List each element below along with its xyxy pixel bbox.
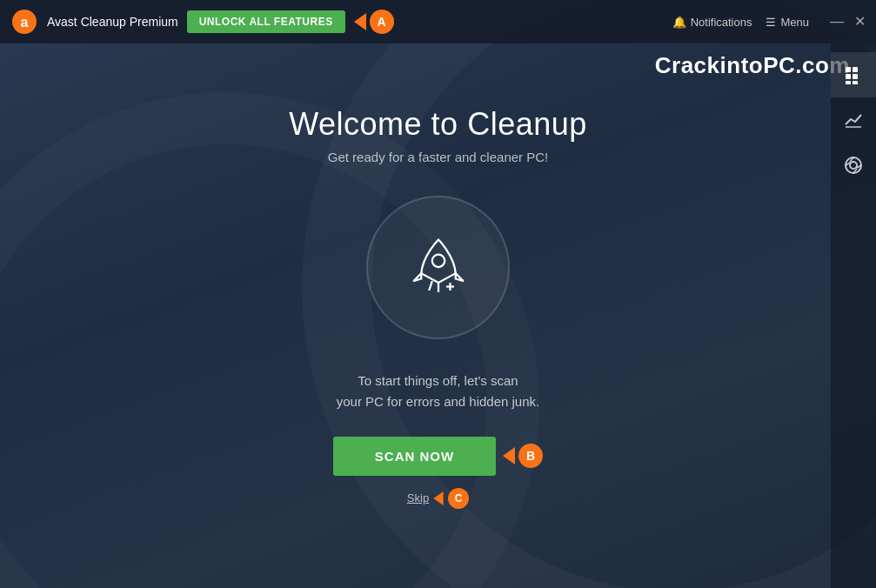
- sidebar-icons: [831, 43, 876, 588]
- svg-point-13: [850, 162, 857, 169]
- badge-c: C: [448, 488, 469, 509]
- close-button[interactable]: ✕: [854, 15, 866, 29]
- rocket-icon: [399, 228, 478, 306]
- menu-button[interactable]: ☰ Menu: [766, 16, 809, 29]
- svg-point-2: [431, 255, 444, 267]
- title-bar-right: 🔔 Notifications ☰ Menu — ✕: [672, 15, 866, 29]
- arrow-b-icon: [503, 447, 515, 464]
- sidebar-apps-button[interactable]: [831, 52, 876, 97]
- badge-a: A: [370, 10, 394, 34]
- watermark-text: CrackintoPC.com: [655, 52, 850, 79]
- sidebar-support-button[interactable]: [831, 143, 876, 188]
- svg-rect-10: [853, 81, 858, 84]
- title-bar-left: a Avast Cleanup Premium UNLOCK ALL FEATU…: [10, 8, 672, 36]
- badge-b: B: [518, 444, 543, 468]
- svg-rect-8: [853, 74, 858, 79]
- welcome-subtitle: Get ready for a faster and cleaner PC!: [328, 150, 548, 164]
- arrow-c-icon: [434, 491, 444, 505]
- skip-row: Skip C: [407, 488, 469, 509]
- minimize-button[interactable]: —: [830, 15, 844, 29]
- svg-rect-9: [846, 81, 851, 84]
- arrow-a-icon: [354, 13, 366, 30]
- support-icon: [844, 156, 863, 175]
- notifications-button[interactable]: 🔔 Notifications: [672, 16, 752, 29]
- scan-button-row: SCAN NOW B: [333, 437, 543, 476]
- rocket-icon-container: [366, 196, 510, 339]
- main-content: Welcome to Cleanup Get ready for a faste…: [0, 43, 876, 588]
- bell-icon: 🔔: [672, 16, 686, 29]
- svg-text:a: a: [21, 15, 29, 30]
- scan-now-button[interactable]: SCAN NOW: [333, 437, 496, 476]
- avast-logo-icon: a: [10, 8, 38, 36]
- app-title: Avast Cleanup Premium: [47, 15, 178, 29]
- menu-lines-icon: ☰: [766, 16, 776, 29]
- app-window: a Avast Cleanup Premium UNLOCK ALL FEATU…: [0, 0, 876, 588]
- svg-rect-7: [846, 74, 851, 79]
- welcome-title: Welcome to Cleanup: [289, 106, 587, 143]
- badge-a-container: A: [354, 10, 394, 34]
- sidebar-chart-button[interactable]: [831, 97, 876, 143]
- unlock-features-button[interactable]: UNLOCK ALL FEATURES: [187, 10, 345, 33]
- scan-description: To start things off, let's scan your PC …: [337, 371, 539, 412]
- skip-button[interactable]: Skip: [407, 491, 429, 504]
- badge-b-container: B: [503, 444, 543, 468]
- apps-grid-icon: [844, 65, 863, 84]
- notifications-label: Notifications: [691, 16, 752, 29]
- title-bar: a Avast Cleanup Premium UNLOCK ALL FEATU…: [0, 0, 876, 43]
- svg-rect-6: [853, 67, 858, 72]
- svg-point-12: [846, 157, 861, 173]
- menu-label: Menu: [780, 16, 809, 29]
- svg-rect-5: [846, 67, 851, 72]
- window-controls: — ✕: [830, 15, 866, 29]
- chart-icon: [844, 110, 863, 130]
